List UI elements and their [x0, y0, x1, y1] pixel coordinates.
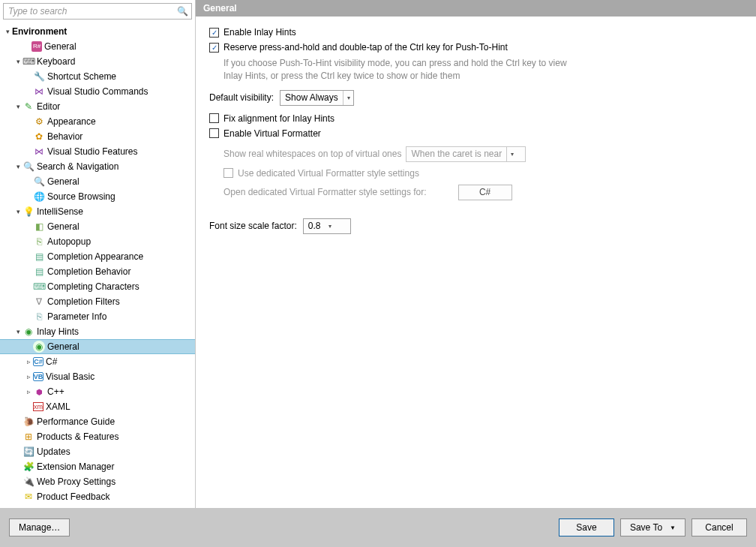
- tree-autopopup[interactable]: ⎘ Autopopup: [0, 234, 195, 249]
- tree-label: Products & Features: [37, 431, 118, 442]
- tree-appearance[interactable]: ⚙ Appearance: [0, 114, 195, 129]
- checkbox-icon[interactable]: [209, 128, 219, 138]
- save-to-button[interactable]: Save To ▼: [620, 518, 686, 536]
- search-icon: 🔍: [176, 5, 189, 18]
- save-button[interactable]: Save: [559, 518, 614, 536]
- checkbox-icon[interactable]: [209, 113, 219, 123]
- reserve-ctrl-row[interactable]: ✓ Reserve press-and-hold and double-tap …: [209, 42, 742, 53]
- tree-label: Visual Studio Features: [47, 146, 138, 157]
- tree-environment[interactable]: ▾ Environment: [0, 24, 195, 39]
- list-icon: ▤: [33, 266, 45, 278]
- tree-behavior[interactable]: ✿ Behavior: [0, 129, 195, 144]
- chevron-down-icon[interactable]: ▾: [14, 58, 22, 65]
- tree-web-proxy[interactable]: 🔌 Web Proxy Settings: [0, 474, 195, 489]
- cancel-button[interactable]: Cancel: [692, 518, 747, 536]
- show-ws-row: Show real whitespaces on top of virtual …: [224, 146, 742, 162]
- tree-intellisense[interactable]: ▾ 💡 IntelliSense: [0, 204, 195, 219]
- tree-ih-general[interactable]: ◉ General: [0, 339, 195, 354]
- tree-keyboard[interactable]: ▾ ⌨ Keyboard: [0, 54, 195, 69]
- checkbox-checked-icon[interactable]: ✓: [209, 28, 219, 38]
- tree-ext-mgr[interactable]: 🧩 Extension Manager: [0, 459, 195, 474]
- default-visibility-dropdown[interactable]: Show Always ▾: [280, 90, 354, 106]
- tree-search-nav[interactable]: ▾ 🔍 Search & Navigation: [0, 159, 195, 174]
- tree-prod-feedback[interactable]: ✉ Product Feedback: [0, 489, 195, 504]
- tree-env-general[interactable]: R# General: [0, 39, 195, 54]
- tree-vs-features[interactable]: ⋈ Visual Studio Features: [0, 144, 195, 159]
- tree-updates[interactable]: 🔄 Updates: [0, 444, 195, 459]
- font-scale-dropdown[interactable]: 0.8 ▾: [303, 218, 351, 234]
- xaml-icon: xm: [33, 402, 44, 411]
- enable-hints-row[interactable]: ✓ Enable Inlay Hints: [209, 27, 742, 38]
- tree-vb[interactable]: ▹ VB Visual Basic: [0, 369, 195, 384]
- tree-comp-behavior[interactable]: ▤ Completion Behavior: [0, 264, 195, 279]
- tree-editor[interactable]: ▾ ✎ Editor: [0, 99, 195, 114]
- tree-label: Visual Basic: [46, 371, 94, 382]
- tree-prod-feat[interactable]: ⊞ Products & Features: [0, 429, 195, 444]
- tree-source-browsing[interactable]: 🌐 Source Browsing: [0, 189, 195, 204]
- search-input[interactable]: [4, 5, 176, 18]
- manage-button[interactable]: Manage…: [9, 518, 70, 536]
- tree-label: Environment: [12, 26, 67, 37]
- nav-tree[interactable]: ▾ Environment R# General ▾ ⌨ Keyboard 🔧 …: [0, 23, 195, 508]
- tree-vs-commands[interactable]: ⋈ Visual Studio Commands: [0, 84, 195, 99]
- search-box[interactable]: 🔍: [3, 3, 192, 20]
- resharper-icon: R#: [32, 41, 42, 52]
- tree-label: Editor: [37, 101, 60, 112]
- tree-xaml[interactable]: xm XAML: [0, 399, 195, 414]
- tree-label: Web Proxy Settings: [37, 476, 116, 487]
- chars-icon: ⌨: [33, 281, 45, 293]
- sidebar: 🔍 ▾ Environment R# General ▾ ⌨ Keyboard …: [0, 0, 196, 508]
- tree-label: Appearance: [47, 116, 96, 127]
- magnifier-icon: 🔍: [33, 176, 45, 188]
- chevron-down-icon[interactable]: ▾: [14, 163, 22, 170]
- chevron-down-icon[interactable]: ▾: [3, 28, 12, 35]
- tree-inlay-hints[interactable]: ▾ ◉ Inlay Hints: [0, 324, 195, 339]
- chevron-down-icon[interactable]: ▾: [14, 103, 22, 110]
- tree-label: Completing Characters: [47, 281, 140, 292]
- use-dedicated-row: Use dedicated Virtual Formatter style se…: [224, 168, 742, 179]
- tree-shortcut-scheme[interactable]: 🔧 Shortcut Scheme: [0, 69, 195, 84]
- show-ws-label: Show real whitespaces on top of virtual …: [224, 149, 401, 159]
- tree-label: Visual Studio Commands: [47, 86, 148, 97]
- pencil-icon: ✎: [22, 101, 34, 113]
- tree-label: General: [47, 176, 80, 187]
- tree-param-info[interactable]: ⎘ Parameter Info: [0, 309, 195, 324]
- chevron-down-icon: ▾: [506, 147, 514, 161]
- chevron-right-icon[interactable]: ▹: [24, 388, 33, 395]
- dropdown-value: 0.8: [308, 221, 321, 231]
- tree-label: Autopopup: [47, 236, 91, 247]
- checkbox-disabled-icon: [224, 168, 233, 178]
- tree-label: Performance Guide: [37, 416, 115, 427]
- plugin-icon: 🧩: [22, 461, 34, 473]
- enable-vf-row[interactable]: Enable Virtual Formatter: [209, 128, 742, 139]
- list-icon: ▤: [33, 251, 45, 263]
- chevron-right-icon[interactable]: ▹: [24, 358, 33, 365]
- tree-label: Search & Navigation: [37, 161, 118, 172]
- tree-perf-guide[interactable]: 🐌 Performance Guide: [0, 414, 195, 429]
- csharp-settings-button[interactable]: C#: [458, 185, 512, 200]
- keyboard-icon: ⌨: [22, 56, 34, 68]
- tree-cpp[interactable]: ▹ ⬢ C++: [0, 384, 195, 399]
- dropdown-value: Show Always: [285, 92, 338, 103]
- tree-comp-chars[interactable]: ⌨ Completing Characters: [0, 279, 195, 294]
- chevron-right-icon[interactable]: ▹: [24, 373, 33, 380]
- tree-label: Updates: [37, 446, 70, 457]
- dropdown-value: When the caret is near: [411, 149, 502, 159]
- tree-label: C#: [46, 356, 57, 367]
- checkbox-checked-icon[interactable]: ✓: [209, 43, 219, 53]
- use-dedicated-label: Use dedicated Virtual Formatter style se…: [238, 168, 419, 179]
- chevron-down-icon: ▾: [343, 91, 350, 105]
- tree-label: Inlay Hints: [37, 326, 79, 337]
- gear-icon: ⚙: [33, 116, 45, 128]
- tree-comp-appearance[interactable]: ▤ Completion Appearance: [0, 249, 195, 264]
- filter-icon: ∇: [33, 296, 45, 308]
- chevron-down-icon[interactable]: ▾: [14, 328, 22, 335]
- chevron-down-icon[interactable]: ▾: [14, 208, 22, 215]
- button-label: C#: [479, 187, 490, 197]
- tree-csharp[interactable]: ▹ C# C#: [0, 354, 195, 369]
- tree-comp-filters[interactable]: ∇ Completion Filters: [0, 294, 195, 309]
- fix-alignment-row[interactable]: Fix alignment for Inlay Hints: [209, 113, 742, 124]
- reserve-ctrl-label: Reserve press-and-hold and double-tap of…: [224, 42, 508, 53]
- tree-sn-general[interactable]: 🔍 General: [0, 174, 195, 189]
- tree-is-general[interactable]: ◧ General: [0, 219, 195, 234]
